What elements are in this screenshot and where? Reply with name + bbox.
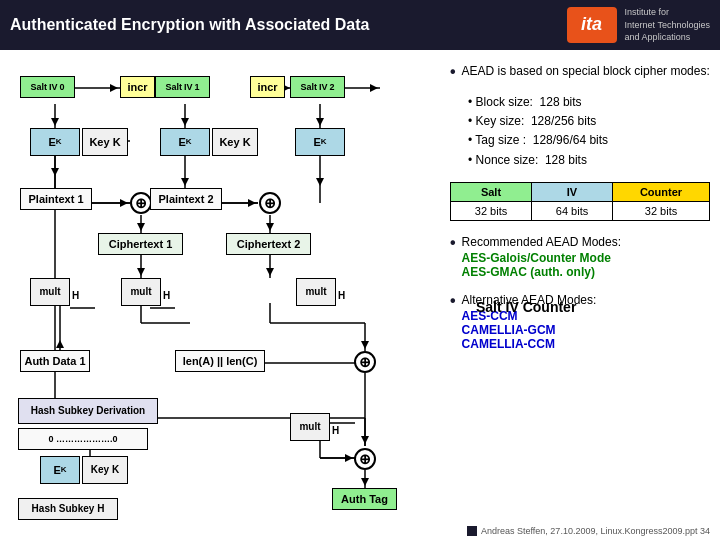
page-title: Authenticated Encryption with Associated… [10,16,369,34]
xor-auth: ⊕ [354,351,376,373]
svg-marker-12 [181,178,189,186]
counter-header: Counter [613,182,710,201]
salt-header: Salt [451,182,532,201]
ciphertext-1-box: Ciphertext 1 [98,233,183,255]
diagram-canvas: Salt IV 0 incr Salt IV 1 incr Salt IV 2 [10,58,430,528]
bullet-1: • [450,62,456,81]
alternative-2: CAMELLIA-GCM [462,323,597,337]
counter-bits: 32 bits [613,201,710,220]
svg-marker-28 [137,268,145,276]
iv-header: IV [532,182,613,201]
xor-2: ⊕ [259,192,281,214]
iv-bits: 64 bits [532,201,613,220]
main-content: Salt IV 0 incr Salt IV 1 incr Salt IV 2 [0,50,720,540]
salt-bits: 32 bits [451,201,532,220]
logo-area: ita Institute for Internet Technologies … [567,6,710,44]
svg-marker-15 [120,199,128,207]
sub-bullet-list: Block size: 128 bits Key size: 128/256 b… [450,93,710,170]
key-k-bottom: Key K [82,456,128,484]
svg-marker-52 [345,454,353,462]
footer-square-icon [467,526,477,536]
header: Authenticated Encryption with Associated… [0,0,720,50]
mult-h-2-box: mult [121,278,161,306]
svg-marker-62 [370,84,378,92]
salt-iv-counter-row: 32 bits 64 bits 32 bits [451,201,710,220]
h-label-3: H [338,290,345,301]
plaintext-2-box: Plaintext 2 [150,188,222,210]
ita-logo-icon: ita [567,7,617,43]
mult-h-bottom-box: mult [290,413,330,441]
footer-text: Andreas Steffen, 27.10.2009, Linux.Kongr… [481,526,710,536]
hash-subkey-derivation-box: Hash Subkey Derivation [18,398,158,424]
salt-iv-1-box: Salt IV 1 [155,76,210,98]
svg-marker-13 [316,178,324,186]
svg-marker-21 [266,223,274,231]
list-item-nonce-size: Nonce size: 128 bits [468,151,710,170]
svg-marker-19 [248,199,256,207]
logo-text: Institute for Internet Technologies and … [625,6,710,44]
svg-marker-56 [110,84,118,92]
h-label-bottom: H [332,425,339,436]
bullet-recommended: • [450,233,456,252]
key-k-2: Key K [212,128,258,156]
ek-block-2: EK [160,128,210,156]
info-panel: • AEAD is based on special block cipher … [450,58,710,536]
svg-marker-17 [137,223,145,231]
recommended-2: AES-GMAC (auth. only) [462,265,621,279]
hash-subkey-h-box: Hash Subkey H [18,498,118,520]
list-item-block-size: Block size: 128 bits [468,93,710,112]
xor-tag: ⊕ [354,448,376,470]
recommended-title: Recommended AEAD Modes: [462,233,621,251]
list-item-tag-size: Tag size : 128/96/64 bits [468,131,710,150]
info-text-1: AEAD is based on special block cipher mo… [462,62,710,80]
auth-tag-box: Auth Tag [332,488,397,510]
svg-marker-11 [51,168,59,176]
ciphertext-2-box: Ciphertext 2 [226,233,311,255]
info-block-1: • AEAD is based on special block cipher … [450,62,710,81]
h-label-2: H [163,290,170,301]
ek-block-1: EK [30,128,80,156]
svg-marker-54 [361,478,369,486]
svg-marker-37 [56,340,64,348]
footer: Andreas Steffen, 27.10.2009, Linux.Kongr… [467,526,710,536]
list-item-key-size: Key size: 128/256 bits [468,112,710,131]
salt-iv-0-box: Salt IV 0 [20,76,75,98]
alternative-3: CAMELLIA-CCM [462,337,597,351]
len-box: len(A) || len(C) [175,350,265,372]
svg-marker-46 [361,436,369,444]
mult-h-1-box: mult [30,278,70,306]
key-k-1: Key K [82,128,128,156]
bullet-alternative: • [450,291,456,310]
incr-box-2: incr [250,76,285,98]
recommended-content: Recommended AEAD Modes: AES-Galois/Count… [462,233,621,279]
diagram-area: Salt IV 0 incr Salt IV 1 incr Salt IV 2 [10,58,440,536]
svg-marker-30 [266,268,274,276]
svg-marker-5 [316,118,324,126]
svg-marker-4 [181,118,189,126]
ek-block-3: EK [295,128,345,156]
recommended-1: AES-Galois/Counter Mode [462,251,621,265]
svg-marker-40 [361,341,369,349]
ek-block-bottom: EK [40,456,80,484]
auth-data-box: Auth Data 1 [20,350,90,372]
plaintext-1-box: Plaintext 1 [20,188,92,210]
salt-iv-counter-table: Salt IV Counter 32 bits 64 bits 32 bits [450,182,710,221]
xor-1: ⊕ [130,192,152,214]
svg-marker-3 [51,118,59,126]
h-label-1: H [72,290,79,301]
zeros-box: 0 ……………….0 [18,428,148,450]
incr-box-1: incr [120,76,155,98]
salt-iv-counter-title: Salt IV Counter [476,299,720,315]
info-block-recommended: • Recommended AEAD Modes: AES-Galois/Cou… [450,233,710,279]
salt-iv-2-box: Salt IV 2 [290,76,345,98]
mult-h-3-box: mult [296,278,336,306]
